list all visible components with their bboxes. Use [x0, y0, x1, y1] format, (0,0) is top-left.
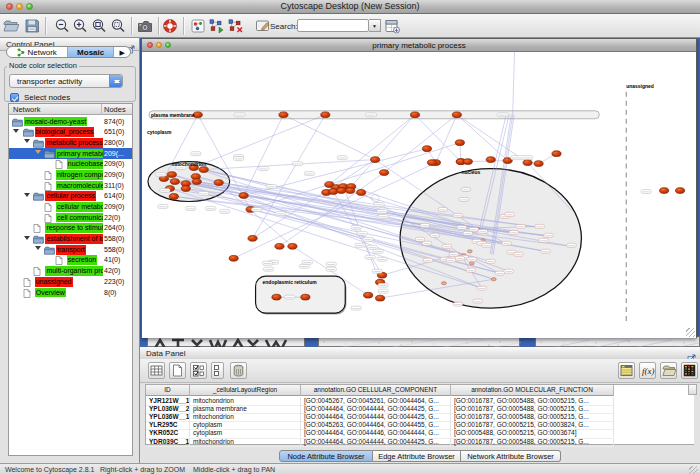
node-label-chip[interactable]: [326, 262, 336, 266]
network-node-small[interactable]: [469, 262, 474, 265]
search-dropdown-button[interactable]: ▼: [369, 19, 381, 32]
network-node[interactable]: [410, 112, 419, 118]
table-corner-button[interactable]: [688, 384, 697, 395]
table-cell[interactable]: YLR295C: [146, 421, 190, 429]
zoom-in-icon[interactable]: [72, 18, 88, 34]
region-nucleus[interactable]: [400, 169, 581, 309]
table-cell[interactable]: YJR121W__1: [146, 397, 190, 405]
node-label-chip[interactable]: [299, 264, 309, 268]
zoom-selected-icon[interactable]: [110, 18, 126, 34]
tree-row[interactable]: metabolic process280(0): [9, 137, 132, 148]
network-canvas[interactable]: plasma membranecytoplasmmitochondrionnuc…: [142, 52, 696, 338]
node-label-chip[interactable]: [373, 249, 383, 253]
tree-row[interactable]: primary metabo209(...: [9, 148, 132, 159]
node-label-chip[interactable]: [457, 225, 467, 229]
node-label-chip[interactable]: [486, 259, 496, 263]
tab-network-attribute-browser[interactable]: Network Attribute Browser: [461, 450, 561, 462]
table-cell[interactable]: [GO:0016787, GO:0005488, GO:0005215, G..…: [451, 397, 614, 405]
node-label-chip[interactable]: [374, 202, 384, 206]
tree-row[interactable]: cell communicat22(0): [9, 212, 132, 223]
node-label-chip[interactable]: [355, 243, 365, 247]
network-node[interactable]: [552, 151, 561, 157]
table-cell[interactable]: YDR039C__1: [146, 438, 190, 446]
node-label-chip[interactable]: [514, 252, 524, 256]
network-node[interactable]: [239, 193, 248, 199]
network-node-small[interactable]: [491, 278, 496, 281]
node-label-chip[interactable]: [469, 227, 479, 231]
tab-mosaic[interactable]: Mosaic: [68, 47, 114, 57]
tree-row[interactable]: biological_process651(0): [9, 127, 132, 138]
table-column-header[interactable]: _cellularLayoutRegion: [190, 385, 301, 396]
node-label-chip[interactable]: [467, 257, 477, 261]
destroy-network-icon[interactable]: [227, 18, 243, 34]
node-label-chip[interactable]: [234, 113, 245, 117]
network-edge[interactable]: [384, 115, 457, 173]
table-cell[interactable]: YPL036W__1: [146, 413, 190, 421]
network-node[interactable]: [346, 188, 355, 194]
network-node[interactable]: [380, 170, 389, 176]
network-node[interactable]: [452, 112, 461, 118]
table-cell[interactable]: mitochondrion: [190, 397, 301, 405]
node-label-chip[interactable]: [482, 243, 492, 247]
node-label-chip[interactable]: [415, 237, 425, 241]
open-icon[interactable]: [3, 18, 19, 34]
node-label-chip[interactable]: [446, 258, 456, 262]
network-node[interactable]: [301, 294, 310, 300]
node-label-chip[interactable]: [266, 185, 276, 189]
node-label-chip[interactable]: [337, 156, 347, 160]
node-label-chip[interactable]: [351, 306, 361, 310]
table-cell[interactable]: [GO:0045267, GO:0045261, GO:0044464, G..…: [301, 397, 451, 405]
network-node[interactable]: [676, 188, 685, 194]
network-node[interactable]: [337, 188, 346, 194]
node-label-chip[interactable]: [478, 229, 488, 233]
select-attributes-icon[interactable]: [190, 362, 207, 379]
delete-attribute-icon[interactable]: [230, 362, 247, 379]
zoom-out-icon[interactable]: [54, 18, 70, 34]
network-node[interactable]: [229, 255, 238, 261]
node-label-chip[interactable]: [351, 225, 361, 229]
node-label-chip[interactable]: [539, 238, 549, 242]
node-label-chip[interactable]: [377, 209, 387, 213]
network-node[interactable]: [523, 160, 532, 166]
tree-row[interactable]: nitrogen compo209(0): [9, 169, 132, 180]
node-label-chip[interactable]: [544, 233, 554, 237]
table-cell[interactable]: cytoplasm: [190, 421, 301, 429]
table-cell[interactable]: [GO:0044464, GO:0044444, GO:0044425, G..…: [301, 438, 451, 446]
node-label-chip[interactable]: [326, 267, 336, 271]
table-cell[interactable]: [GO:0016787, GO:0005215, GO:0003824, G..…: [451, 421, 614, 429]
node-label-chip[interactable]: [275, 211, 285, 215]
help-icon[interactable]: [162, 18, 178, 34]
network-node[interactable]: [167, 172, 176, 178]
table-cell[interactable]: plasma membrane: [190, 405, 301, 413]
network-node[interactable]: [170, 179, 179, 185]
network-node-small[interactable]: [442, 282, 447, 285]
node-label-chip[interactable]: [258, 167, 268, 171]
network-node[interactable]: [321, 112, 330, 118]
table-column-header[interactable]: ID: [146, 385, 190, 396]
network-node[interactable]: [275, 243, 284, 249]
node-label-chip[interactable]: [449, 252, 459, 256]
node-label-chip[interactable]: [191, 152, 201, 156]
tree-row[interactable]: mosaic-demo-yeast874(0): [9, 116, 132, 127]
unified-icon[interactable]: [211, 362, 224, 379]
table-cell[interactable]: [GO:0016787, GO:0005488, GO:0005215, G..…: [451, 413, 614, 421]
attribute-batch-icon[interactable]: [618, 362, 635, 379]
network-node[interactable]: [455, 140, 464, 146]
node-label-chip[interactable]: [420, 223, 430, 227]
node-label-chip[interactable]: [156, 173, 166, 177]
expander-icon[interactable]: [35, 150, 41, 157]
table-cell[interactable]: [GO:0044464, GO:0044444, GO:0044425, G..…: [301, 405, 451, 413]
node-label-chip[interactable]: [158, 204, 168, 208]
expander-icon[interactable]: [24, 236, 30, 243]
float-panel-icon[interactable]: [687, 349, 696, 358]
node-label-chip[interactable]: [363, 237, 373, 241]
tree-row[interactable]: establishment of lo558(0): [9, 234, 132, 245]
tree-row[interactable]: response to stimul264(0): [9, 223, 132, 234]
network-node[interactable]: [534, 161, 543, 167]
node-label-chip[interactable]: [378, 283, 388, 287]
annotation-icon[interactable]: [255, 18, 271, 34]
node-label-chip[interactable]: [504, 269, 514, 273]
node-label-chip[interactable]: [366, 113, 377, 117]
tree-row[interactable]: cellular process614(0): [9, 191, 132, 202]
network-window-titlebar[interactable]: primary metabolic process: [142, 39, 696, 52]
